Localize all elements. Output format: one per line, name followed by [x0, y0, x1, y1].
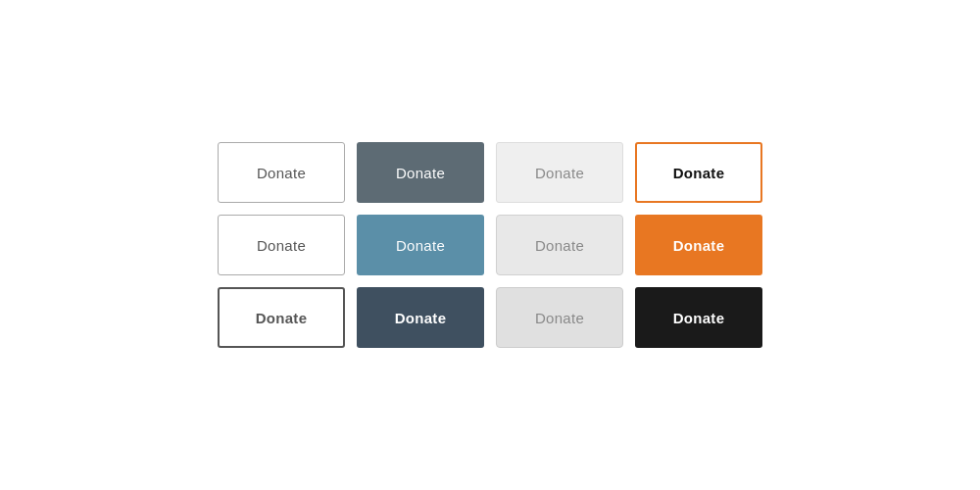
- donate-button-teal[interactable]: Donate: [357, 215, 484, 275]
- donate-button-dark-gray[interactable]: Donate: [357, 142, 484, 203]
- donate-button-outline-dark[interactable]: Donate: [218, 287, 345, 348]
- button-grid: Donate Donate Donate Donate Donate Donat…: [218, 142, 762, 348]
- donate-button-light-gray-2[interactable]: Donate: [496, 215, 623, 275]
- donate-button-outline-default[interactable]: Donate: [218, 142, 345, 203]
- donate-button-black[interactable]: Donate: [635, 287, 762, 348]
- donate-button-orange-outline[interactable]: Donate: [635, 142, 762, 203]
- donate-button-light-gray-3[interactable]: Donate: [496, 287, 623, 348]
- donate-button-darker-gray[interactable]: Donate: [357, 287, 484, 348]
- donate-button-light-gray-outline[interactable]: Donate: [496, 142, 623, 203]
- donate-button-outline-default-2[interactable]: Donate: [218, 215, 345, 275]
- donate-button-orange-solid[interactable]: Donate: [635, 215, 762, 275]
